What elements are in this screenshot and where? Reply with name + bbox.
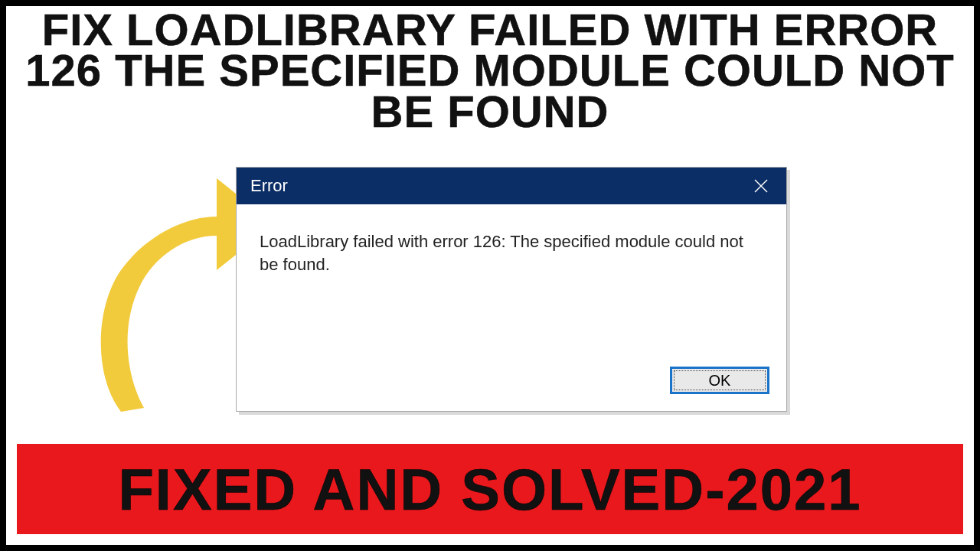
dialog-titlebar: Error: [237, 168, 786, 204]
ok-button[interactable]: OK: [670, 367, 769, 394]
footer-banner-text: FIXED AND SOLVED-2021: [118, 456, 861, 523]
footer-banner: FIXED AND SOLVED-2021: [17, 444, 963, 534]
arrow-icon: [79, 163, 263, 423]
dialog-message: LoadLibrary failed with error 126: The s…: [237, 204, 786, 276]
dialog-title: Error: [250, 176, 288, 196]
error-dialog: Error LoadLibrary failed with error 126:…: [236, 167, 787, 412]
close-button[interactable]: [743, 172, 779, 200]
close-icon: [753, 178, 769, 194]
thumbnail-headline: FIX LOADLIBRARY FAILED WITH ERROR 126 TH…: [6, 6, 974, 132]
